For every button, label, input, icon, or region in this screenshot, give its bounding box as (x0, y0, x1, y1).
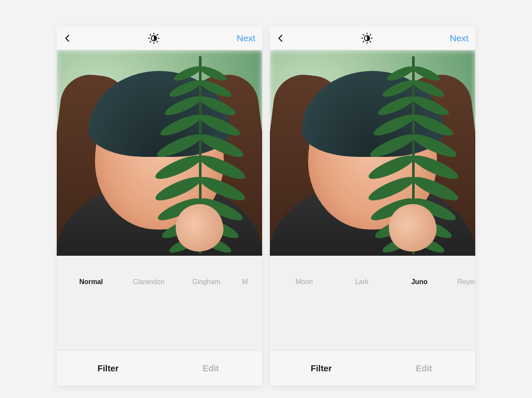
filter-label: Lark (355, 278, 368, 286)
filter-strip[interactable]: Normal Clarendon Gingham M (57, 278, 262, 351)
photo-preview[interactable] (57, 50, 262, 256)
next-button[interactable]: Next (237, 33, 255, 43)
filter-thumbnail (218, 289, 262, 343)
sun-contrast-icon (361, 33, 373, 44)
phone-right: Next Moon Lark (270, 27, 475, 386)
filter-thumbnail (64, 289, 118, 343)
filter-thumbnail (278, 289, 331, 343)
back-button[interactable] (64, 34, 71, 42)
filter-label: Clarendon (133, 278, 165, 286)
bottom-tabs: Filter Edit (57, 351, 262, 386)
filter-label: Normal (79, 278, 103, 286)
next-button[interactable]: Next (450, 33, 468, 43)
filter-label: Juno (411, 278, 428, 286)
phone-left: Next Normal Clarendon (57, 27, 262, 386)
filter-moon[interactable]: Moon (278, 278, 331, 351)
chevron-left-icon (64, 34, 71, 42)
filter-label: M (242, 278, 248, 286)
filter-moon-partial[interactable]: M (237, 278, 253, 351)
filter-label: Moon (296, 278, 313, 286)
filter-reyes-partial[interactable]: Reyes (450, 278, 475, 351)
filter-thumbnail (122, 289, 175, 343)
bottom-tabs: Filter Edit (270, 351, 475, 386)
brightness-contrast-button[interactable] (71, 33, 237, 44)
tab-filter[interactable]: Filter (57, 364, 159, 374)
tab-filter[interactable]: Filter (270, 364, 373, 374)
brightness-contrast-button[interactable] (284, 33, 450, 44)
navbar: Next (57, 27, 262, 50)
tab-edit[interactable]: Edit (159, 364, 262, 374)
filter-thumbnail (393, 289, 446, 343)
filter-clarendon[interactable]: Clarendon (122, 278, 175, 351)
filter-lark[interactable]: Lark (335, 278, 388, 351)
filter-label: Gingham (193, 278, 220, 286)
filter-thumbnail (335, 289, 388, 343)
filter-juno[interactable]: Juno (393, 278, 446, 351)
photo-preview[interactable] (270, 50, 475, 256)
navbar: Next (270, 27, 475, 50)
filter-thumbnail (440, 289, 475, 343)
tab-edit[interactable]: Edit (373, 364, 475, 374)
filter-normal[interactable]: Normal (64, 278, 118, 351)
chevron-left-icon (277, 34, 284, 42)
filter-strip[interactable]: Moon Lark Juno Reyes (270, 278, 475, 351)
sun-contrast-icon (148, 33, 159, 44)
back-button[interactable] (277, 34, 284, 42)
filter-label: Reyes (457, 278, 475, 286)
